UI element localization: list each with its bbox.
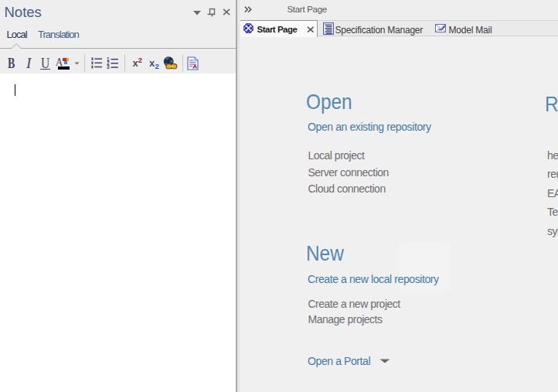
svg-text:3: 3 (107, 64, 110, 70)
